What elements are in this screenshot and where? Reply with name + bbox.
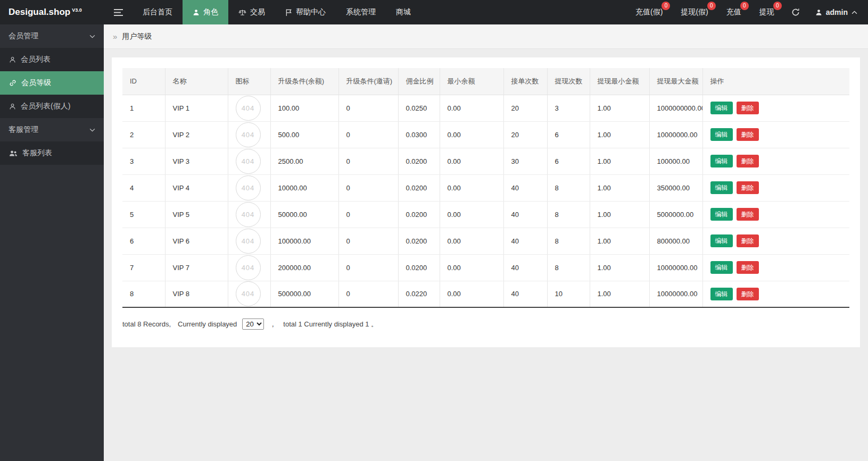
cell-order-count: 20 [503,121,547,148]
withdraw-fake-button[interactable]: 提现(假) 0 [672,0,717,24]
brand-logo[interactable]: Desigual.shop V3.0 [0,0,104,24]
chevron-up-icon [852,11,857,14]
nav-item-help-center[interactable]: 帮助中心 [275,0,336,24]
cell-upgrade-balance: 50000.00 [270,201,338,228]
column-header: 操作 [702,68,849,95]
icon-404-placeholder: 404 [236,229,261,254]
page-size-select[interactable]: 20 [242,318,264,330]
badge-item-label: 提现 [759,7,774,17]
cell-withdraw-max: 10000000.00 [649,121,702,148]
link-icon [9,79,16,87]
nav-label: 角色 [203,7,218,17]
icon-404-placeholder: 404 [236,122,261,147]
sidebar-toggle-button[interactable] [104,0,133,24]
sidebar-item-member-level[interactable]: 会员等级 [0,71,104,95]
cell-min-balance: 0.00 [440,95,503,121]
refresh-button[interactable] [783,0,808,24]
edit-button[interactable]: 编辑 [710,261,733,274]
recharge-button[interactable]: 充值 0 [717,0,750,24]
table-row: 1VIP 1404100.0000.02500.002031.001000000… [122,95,849,121]
delete-button[interactable]: 删除 [737,128,759,141]
cell-id: 3 [122,148,165,174]
recharge-badge: 0 [740,2,749,10]
recharge-fake-button[interactable]: 充值(假) 0 [626,0,672,24]
cell-withdraw-min: 1.00 [590,281,649,307]
nav-item-mall[interactable]: 商城 [386,0,421,24]
chevron-down-icon [89,35,95,38]
cell-upgrade-invite: 0 [338,148,398,174]
withdraw-button[interactable]: 提现 0 [750,0,783,24]
cell-commission: 0.0250 [398,95,440,121]
sidebar-group-member-management[interactable]: 会员管理 [0,24,104,48]
edit-button[interactable]: 编辑 [710,208,733,221]
user-menu[interactable]: admin [808,0,868,24]
cell-order-count: 30 [503,148,547,174]
nav-item-transactions[interactable]: 交易 [228,0,275,24]
cell-withdraw-count: 10 [547,281,590,307]
cell-min-balance: 0.00 [440,148,503,174]
nav-label: 后台首页 [143,7,172,17]
sidebar-group-service-management[interactable]: 客服管理 [0,118,104,141]
nav-item-system[interactable]: 系统管理 [336,0,386,24]
cell-order-count: 40 [503,281,547,307]
delete-button[interactable]: 删除 [737,155,759,167]
brand-version: V3.0 [72,7,82,13]
delete-button[interactable]: 删除 [737,102,759,114]
nav-item-dashboard[interactable]: 后台首页 [133,0,183,24]
user-level-table: ID名称图标升级条件(余额)升级条件(邀请)佣金比例最小余额接单次数提现次数提现… [122,68,849,308]
cell-min-balance: 0.00 [440,174,503,201]
recharge-fake-badge: 0 [662,2,670,10]
cell-name: VIP 2 [165,121,228,148]
delete-button[interactable]: 删除 [737,181,759,194]
nav-label: 交易 [250,7,265,17]
edit-button[interactable]: 编辑 [710,288,733,300]
cell-id: 2 [122,121,165,148]
icon-404-placeholder: 404 [236,175,261,200]
cell-withdraw-max: 1000000000.00 [649,95,702,121]
cell-withdraw-count: 6 [547,148,590,174]
delete-button[interactable]: 删除 [737,261,759,274]
cell-withdraw-count: 8 [547,228,590,254]
cell-upgrade-balance: 10000.00 [270,174,338,201]
edit-button[interactable]: 编辑 [710,234,733,247]
column-header: 升级条件(邀请) [338,68,398,95]
cell-actions: 编辑删除 [702,148,849,174]
cell-order-count: 40 [503,254,547,281]
edit-button[interactable]: 编辑 [710,102,733,114]
cell-commission: 0.0200 [398,148,440,174]
displayed-label: Currently displayed [178,320,237,328]
cell-icon: 404 [228,174,270,201]
icon-404-placeholder: 404 [236,202,261,227]
nav-item-roles[interactable]: 角色 [183,0,228,24]
edit-button[interactable]: 编辑 [710,155,733,167]
column-header: 提现最大金额 [649,68,702,95]
cell-withdraw-count: 3 [547,95,590,121]
cell-withdraw-max: 100000.00 [649,148,702,174]
table-row: 7VIP 7404200000.0000.02000.004081.001000… [122,254,849,281]
delete-button[interactable]: 删除 [737,288,759,300]
flag-icon [285,9,292,16]
edit-button[interactable]: 编辑 [710,128,733,141]
sidebar-item-member-list[interactable]: 会员列表 [0,48,104,71]
sidebar-group-label: 客服管理 [9,125,38,135]
cell-icon: 404 [228,228,270,254]
sidebar-item-member-list-fake[interactable]: 会员列表(假人) [0,95,104,118]
withdraw-badge: 0 [773,2,782,10]
column-header: 名称 [165,68,228,95]
cell-commission: 0.0220 [398,281,440,307]
cell-upgrade-invite: 0 [338,95,398,121]
column-header: 提现最小金额 [590,68,649,95]
table-row: 4VIP 440410000.0000.02000.004081.0035000… [122,174,849,201]
user-level-card: ID名称图标升级条件(余额)升级条件(邀请)佣金比例最小余额接单次数提现次数提现… [112,57,860,347]
badge-item-label: 充值 [726,7,741,17]
cell-withdraw-min: 1.00 [590,174,649,201]
delete-button[interactable]: 删除 [737,208,759,221]
delete-button[interactable]: 删除 [737,234,759,247]
sidebar-item-service-list[interactable]: 客服列表 [0,141,104,165]
cell-name: VIP 5 [165,201,228,228]
cell-id: 8 [122,281,165,307]
breadcrumb: » 用户等级 [104,24,868,49]
user-icon [9,56,16,63]
cell-withdraw-max: 10000000.00 [649,254,702,281]
edit-button[interactable]: 编辑 [710,181,733,194]
